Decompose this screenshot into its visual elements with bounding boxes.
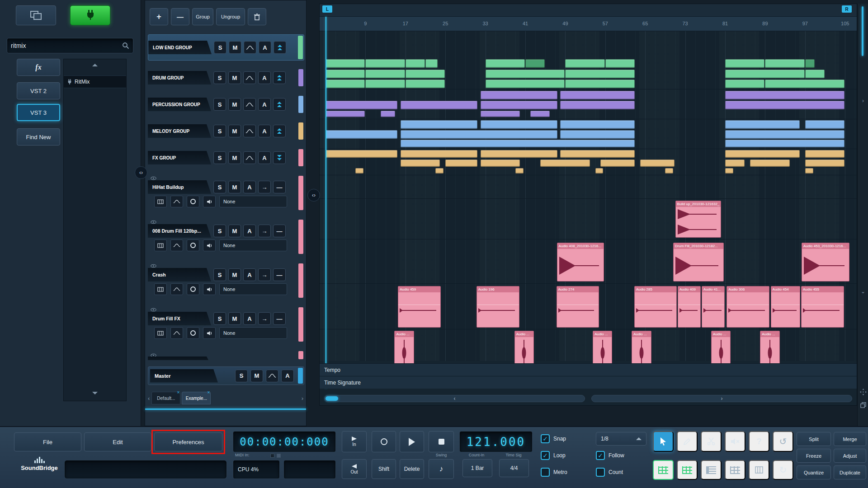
audio-clip[interactable]: Audio 409 xyxy=(678,286,701,328)
plugin-search-field[interactable] xyxy=(7,38,133,53)
split-tool-button[interactable] xyxy=(701,431,722,452)
expand-group-button[interactable] xyxy=(274,41,286,54)
arm-button[interactable]: A xyxy=(259,41,271,54)
midi-clip[interactable] xyxy=(725,120,800,129)
midi-clip[interactable] xyxy=(565,80,635,88)
toggle-loop[interactable]: ✓Loop xyxy=(541,449,567,462)
midi-clip[interactable] xyxy=(481,111,520,117)
midi-clip[interactable] xyxy=(406,70,445,78)
minimize-button[interactable]: — xyxy=(273,268,286,281)
midi-clip[interactable] xyxy=(326,101,397,109)
audio-clip[interactable]: Audio 459 xyxy=(398,286,441,328)
mute-button[interactable]: M xyxy=(228,268,241,281)
track-monitor-button[interactable] xyxy=(203,196,216,207)
group-button[interactable]: Group xyxy=(192,8,213,25)
audio-clip[interactable]: Audio 455 xyxy=(801,286,844,328)
monitor-button[interactable]: → xyxy=(258,312,271,325)
midi-clip[interactable] xyxy=(486,59,525,68)
midi-clip[interactable] xyxy=(805,70,825,78)
midi-clip[interactable] xyxy=(540,160,590,167)
remove-track-button[interactable]: — xyxy=(171,8,189,25)
audio-clip[interactable]: Audio 285 xyxy=(634,286,677,328)
midi-keys-button[interactable] xyxy=(154,283,167,295)
midi-clip[interactable] xyxy=(560,130,635,139)
track-monitor-button[interactable] xyxy=(203,327,216,339)
midi-clip[interactable] xyxy=(725,59,764,68)
midi-clip[interactable] xyxy=(401,130,557,139)
midi-clip[interactable] xyxy=(565,70,635,78)
mute-tool-button[interactable] xyxy=(725,431,745,452)
audio-clip[interactable]: Build up_201030-121632_ xyxy=(675,201,722,238)
mute-button[interactable]: M xyxy=(228,71,241,84)
mute-button[interactable]: M xyxy=(228,181,241,193)
scrollbar-right[interactable]: › xyxy=(591,395,852,402)
plugin-list-scroll-up[interactable] xyxy=(64,59,126,71)
midi-clip[interactable] xyxy=(725,101,844,109)
mute-button[interactable]: M xyxy=(228,225,241,237)
midi-clip[interactable] xyxy=(750,160,789,167)
quantize-button[interactable]: Quantize xyxy=(797,465,831,479)
count-in-value-button[interactable]: 1 Bar xyxy=(462,459,492,477)
midi-clip[interactable] xyxy=(805,160,844,167)
sidebar-splitter-handle[interactable]: ‹› xyxy=(135,166,147,179)
midi-clip[interactable] xyxy=(725,140,844,147)
audio-track-row[interactable]: HiHat BuildupSMA→—None xyxy=(148,175,304,211)
solo-button[interactable]: S xyxy=(213,71,226,84)
audio-clip[interactable]: Audio 274 xyxy=(557,286,599,328)
toggle-metro[interactable]: Metro xyxy=(541,465,567,479)
midi-clip[interactable] xyxy=(326,59,365,68)
group-track-row[interactable]: DRUM GROUPSMA xyxy=(148,68,304,87)
track-automation-button[interactable] xyxy=(170,196,183,207)
solo-button[interactable]: S xyxy=(213,125,226,137)
clip-area[interactable]: Build up_201030-121632_Audio 408_201030-… xyxy=(320,31,857,361)
arm-button[interactable]: A xyxy=(243,268,256,281)
midi-clip[interactable] xyxy=(640,160,675,167)
delete-button[interactable]: Delete xyxy=(400,459,424,479)
adjust-button[interactable]: Adjust xyxy=(834,449,866,463)
collapse-group-button[interactable] xyxy=(273,151,286,164)
output-select[interactable]: None xyxy=(219,327,287,339)
solo-button[interactable]: S xyxy=(213,312,226,325)
expand-group-button[interactable] xyxy=(273,98,286,111)
track-monitor-button[interactable] xyxy=(203,239,216,251)
solo-button[interactable]: S xyxy=(213,98,226,111)
midi-clip[interactable] xyxy=(725,160,745,167)
duplicate-button[interactable]: Duplicate xyxy=(834,465,866,479)
ungroup-button[interactable]: Ungroup xyxy=(216,8,245,25)
solo-button[interactable]: S xyxy=(213,268,226,281)
midi-clip[interactable] xyxy=(515,168,524,174)
master-arm-button[interactable]: A xyxy=(281,370,294,382)
midi-clip[interactable] xyxy=(605,59,635,68)
midi-clip[interactable] xyxy=(530,111,550,117)
group-track-row[interactable]: PERCUSSION GROUPSMA xyxy=(148,95,304,114)
midi-clip[interactable] xyxy=(600,160,635,167)
edit-menu-button[interactable]: Edit xyxy=(84,432,151,451)
midi-clip[interactable] xyxy=(326,80,365,88)
bar-ruler[interactable]: 91725334149576573818997105 xyxy=(320,17,857,31)
arrangement-timeline[interactable]: L R 91725334149576573818997105 Build up_… xyxy=(319,4,857,406)
audio-clip[interactable]: Drum Fill_201030-12182... xyxy=(673,243,724,282)
loop-end-marker[interactable]: R xyxy=(842,5,852,13)
tabs-scroll-left[interactable]: ‹ xyxy=(148,395,150,402)
master-track-row[interactable]: Master S M A xyxy=(148,366,304,385)
midi-clip[interactable] xyxy=(595,168,604,174)
punch-in-button[interactable]: In xyxy=(342,431,367,452)
midi-clip[interactable] xyxy=(486,70,565,78)
piano-roll-button[interactable] xyxy=(701,460,722,480)
midi-clip[interactable] xyxy=(326,70,365,78)
midi-clip[interactable] xyxy=(805,150,844,158)
grid-size-dropdown[interactable]: 1/8 xyxy=(596,432,646,446)
toggle-snap[interactable]: ✓Snap xyxy=(541,432,567,446)
audio-clip[interactable]: Audio 41... xyxy=(702,286,725,328)
time-signature-lane[interactable]: Time Signature xyxy=(320,376,857,389)
midi-clip[interactable] xyxy=(565,59,604,68)
filter-vst-3-button[interactable]: VST 3 xyxy=(17,104,60,121)
scroll-thumb[interactable] xyxy=(326,396,338,401)
expand-group-button[interactable] xyxy=(273,125,286,137)
automation-button[interactable] xyxy=(244,41,256,54)
search-input[interactable] xyxy=(11,42,122,49)
tabs-scroll-right[interactable]: › xyxy=(302,395,303,402)
checkbox-checked-icon[interactable]: ✓ xyxy=(541,451,550,460)
scroll-down-chevron[interactable]: ⌄ xyxy=(858,288,868,295)
midi-clip[interactable] xyxy=(401,101,477,109)
